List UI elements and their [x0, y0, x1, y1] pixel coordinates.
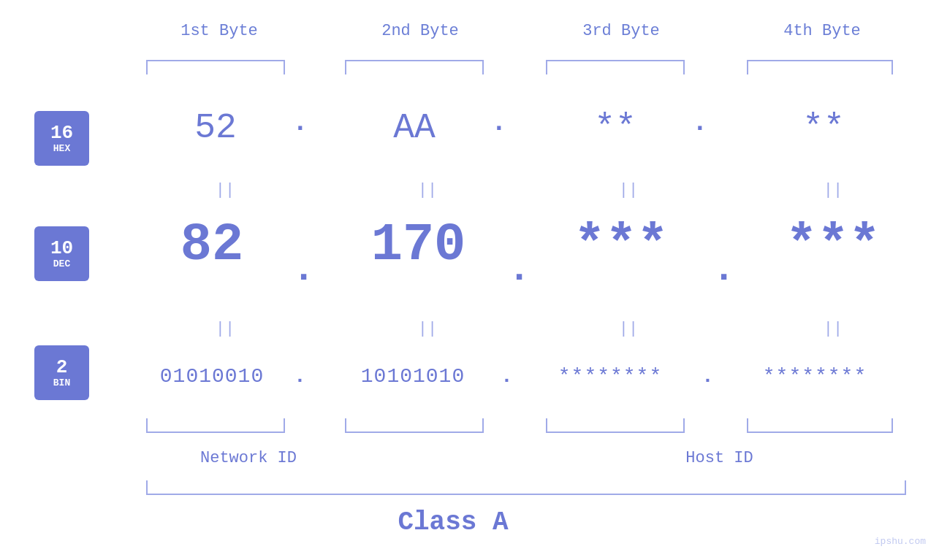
eq-dec-bin-col3: || [607, 320, 650, 338]
col3-header: 3rd Byte [548, 22, 694, 40]
bin-b1: 01010010 [135, 365, 289, 388]
bracket-top-col4 [747, 60, 893, 74]
eq-hex-dec-col4: || [811, 181, 855, 199]
hex-badge-base: HEX [53, 143, 70, 154]
dec-dot2: . [508, 248, 531, 291]
dec-badge-base: DEC [53, 258, 70, 269]
hex-dot3: . [692, 108, 708, 138]
hex-badge: 16 HEX [34, 111, 89, 166]
watermark: ipshu.com [875, 536, 926, 547]
class-label: Class A [0, 507, 906, 537]
dec-b1: 82 [135, 215, 289, 275]
bracket-bottom-col3 [546, 418, 685, 433]
dec-badge: 10 DEC [34, 226, 89, 281]
bin-dot2: . [501, 365, 513, 388]
dec-b2: 170 [332, 215, 504, 275]
col4-header: 4th Byte [749, 22, 895, 40]
dec-dot1: . [292, 248, 315, 291]
bin-dot1: . [294, 365, 306, 388]
col2-header: 2nd Byte [347, 22, 493, 40]
eq-hex-dec-col1: || [203, 181, 247, 199]
bracket-bottom-col4 [747, 418, 893, 433]
col1-header: 1st Byte [146, 22, 292, 40]
bin-b2: 10101010 [332, 365, 493, 388]
dec-dot3: . [712, 248, 735, 291]
hex-b1: 52 [146, 108, 285, 147]
bracket-bottom-col1 [146, 418, 285, 433]
dec-badge-num: 10 [50, 238, 73, 259]
bin-b4: ******** [727, 365, 902, 388]
bin-badge-base: BIN [53, 377, 70, 388]
eq-dec-bin-col4: || [811, 320, 855, 338]
bin-badge: 2 BIN [34, 345, 89, 400]
bracket-top-col2 [345, 60, 484, 74]
hex-badge-num: 16 [50, 123, 73, 144]
bracket-top-col3 [546, 60, 685, 74]
bin-b3: ******** [526, 365, 694, 388]
eq-hex-dec-col3: || [607, 181, 650, 199]
hex-b4: ** [747, 108, 900, 147]
hex-dot1: . [292, 108, 308, 138]
hex-b3: ** [546, 108, 685, 147]
eq-dec-bin-col2: || [406, 320, 449, 338]
network-id-label: Network ID [146, 449, 351, 467]
main-container: 1st Byte 2nd Byte 3rd Byte 4th Byte 16 H… [0, 0, 939, 560]
host-id-label: Host ID [546, 449, 893, 467]
eq-dec-bin-col1: || [203, 320, 247, 338]
bracket-top-col1 [146, 60, 285, 74]
class-bracket [146, 480, 906, 495]
hex-b2: AA [345, 108, 484, 147]
eq-hex-dec-col2: || [406, 181, 449, 199]
hex-dot2: . [491, 108, 507, 138]
bracket-bottom-col2 [345, 418, 484, 433]
bin-badge-num: 2 [56, 357, 68, 378]
dec-b3: *** [537, 215, 705, 275]
bin-dot3: . [702, 365, 714, 388]
dec-b4: *** [738, 215, 928, 275]
